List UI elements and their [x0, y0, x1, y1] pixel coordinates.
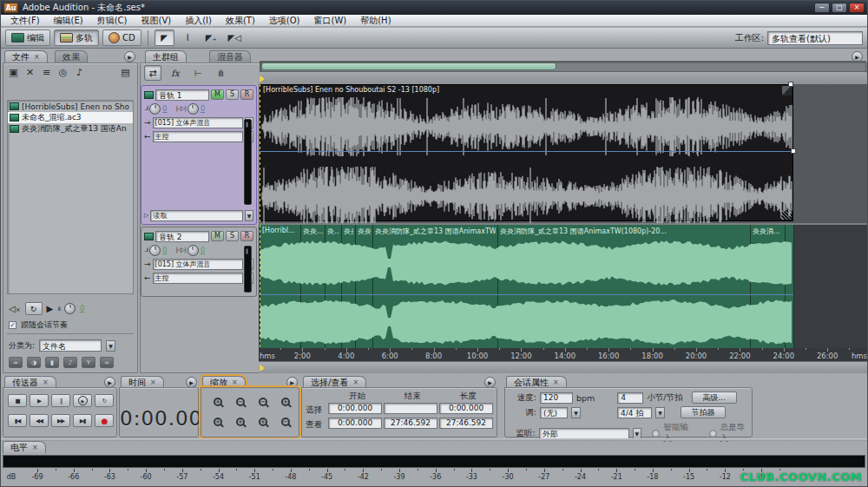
horizontal-scrollbar[interactable]	[260, 61, 866, 72]
move-clip-tool-button[interactable]: ◤₊	[201, 30, 221, 46]
selview-view-field-2[interactable]: 27:46.592	[439, 418, 493, 429]
tempo-field[interactable]: 120	[540, 392, 573, 404]
close-tab-icon[interactable]: ×	[34, 53, 40, 61]
fast-forward-button[interactable]: ▶▶	[51, 414, 70, 427]
clip-menu-icon[interactable]	[782, 86, 792, 95]
marker-ruler[interactable]	[259, 73, 867, 84]
beats-per-bar-field[interactable]: 4	[617, 392, 643, 404]
key-select[interactable]: (无)	[540, 407, 568, 418]
menu-item-6[interactable]: 选项(O)	[262, 15, 307, 27]
file-item[interactable]: 未命名_混缩.ac3	[8, 112, 133, 123]
track2-mute-button[interactable]: M	[211, 231, 224, 241]
tab-session-properties[interactable]: 会话属性×	[506, 376, 567, 388]
workspace-select[interactable]: 多轨查看(默认)	[767, 31, 863, 45]
selview-view-field-0[interactable]: 0:00.000	[328, 418, 382, 429]
track1-input-select[interactable]: 主控	[153, 131, 243, 142]
track2-audio-clip[interactable]	[341, 225, 355, 348]
sort-select[interactable]: 文件名	[39, 339, 102, 352]
files-panel-menu-button[interactable]: ▶	[124, 51, 135, 63]
stop-button[interactable]: ■	[8, 394, 27, 407]
track1-record-button[interactable]: R	[240, 89, 253, 100]
tab-selection-view[interactable]: 选择/查看×	[303, 376, 366, 388]
advanced-button[interactable]: 高级...	[692, 392, 737, 404]
play-from-cursor-button[interactable]: ▶	[73, 394, 92, 407]
follow-session-checkbox[interactable]: ✓	[9, 321, 16, 329]
track2-audio-clip[interactable]	[355, 225, 372, 348]
track2-volume-knob[interactable]	[149, 245, 161, 256]
track2-audio-clip[interactable]	[497, 225, 750, 348]
track1-audio-clip[interactable]: [HorribleSubs] Enen no Shouboutai S2 -13…	[260, 84, 793, 221]
effects-toggle-icon[interactable]: fx	[167, 65, 184, 81]
preview-volume-knob[interactable]	[64, 303, 76, 314]
track2-record-button[interactable]: R	[240, 231, 253, 241]
timeline-scroll-strip[interactable]	[259, 361, 867, 373]
track2-audio-clip[interactable]	[325, 225, 341, 348]
zoom-in-left-edge-button[interactable]: +	[208, 415, 227, 429]
selview-selection-field-1[interactable]	[384, 403, 437, 414]
multitrack-view-button[interactable]: 多轨	[54, 30, 99, 46]
clip-resize-grip[interactable]	[780, 210, 792, 220]
import-file-icon[interactable]: ▣	[5, 65, 22, 80]
menu-item-7[interactable]: 窗口(W)	[307, 15, 354, 27]
play-button[interactable]: ▶	[30, 394, 49, 407]
tab-transport[interactable]: 传送器×	[4, 376, 56, 388]
menu-item-2[interactable]: 剪辑(C)	[90, 15, 135, 27]
go-to-start-button[interactable]: ▮◀	[8, 414, 27, 427]
close-button[interactable]: ×	[849, 3, 865, 13]
track1-name-field[interactable]: 音轨 1	[155, 89, 209, 101]
go-to-end-button[interactable]: ▶▮	[73, 414, 92, 427]
metronome-button[interactable]: 节拍器	[681, 406, 726, 418]
zoom-in-vertical-button[interactable]: +	[253, 415, 273, 429]
track1-solo-button[interactable]: S	[226, 89, 239, 100]
edit-file-icon[interactable]: ♪	[71, 65, 88, 80]
menu-item-1[interactable]: 编辑(E)	[47, 15, 90, 27]
track2-pan-knob[interactable]	[187, 245, 199, 256]
track1-mute-button[interactable]: M	[211, 89, 224, 100]
minimize-button[interactable]: ─	[814, 3, 830, 13]
show-video-files-toggle[interactable]: ▮	[45, 357, 59, 368]
record-button[interactable]: ●	[95, 414, 114, 427]
track1-volume-knob[interactable]	[149, 103, 161, 115]
clip1-top-handle[interactable]	[788, 82, 793, 87]
tab-zoom[interactable]: 缩放×	[202, 376, 246, 388]
zoom-in-right-edge-button[interactable]: +	[231, 415, 250, 429]
show-loop-files-toggle[interactable]: ◑	[27, 357, 41, 368]
always-import-radio[interactable]	[709, 430, 717, 438]
zoom-out-full-button[interactable]: −	[253, 395, 273, 409]
track1-pan-knob[interactable]	[187, 103, 199, 115]
zoom-out-vertical-button[interactable]: −	[276, 415, 295, 429]
filter-preview-toggle[interactable]: Y	[82, 357, 95, 368]
selview-selection-field-0[interactable]: 0:00.000	[328, 403, 382, 414]
smart-input-radio[interactable]	[652, 430, 660, 438]
playhead-marker-icon[interactable]	[260, 365, 265, 372]
playhead-line[interactable]	[260, 84, 260, 348]
master-level-meter[interactable]	[3, 455, 865, 468]
timeline-ruler[interactable]: hmshms2:004:006:008:0010:0012:0014:0016:…	[259, 348, 867, 361]
menu-item-3[interactable]: 视图(V)	[134, 15, 178, 27]
advanced-options-toggle-icon[interactable]: ▤	[117, 65, 134, 80]
preview-mute-icon[interactable]: ◁×	[9, 304, 21, 313]
track2-name-field[interactable]: 音轨 2	[155, 231, 209, 242]
zoom-out-horizontal-button[interactable]: −	[231, 395, 250, 409]
track1-lane[interactable]: [HorribleSubs] Enen no Shouboutai S2 -13…	[259, 84, 867, 223]
pause-button[interactable]: ‖	[51, 394, 70, 407]
cd-view-button[interactable]: CD	[102, 30, 141, 46]
track2-output-select[interactable]: [015] 立体声混音	[153, 259, 243, 270]
menu-item-8[interactable]: 帮助(H)	[353, 15, 398, 27]
track1-output-select[interactable]: [015] 立体声混音	[153, 117, 243, 128]
file-item[interactable]: 炎炎消防隊_貳之章13 国语An	[8, 123, 133, 135]
monitor-dropdown-arrow-icon[interactable]: ▼	[633, 428, 642, 439]
track2-input-select[interactable]: 主控	[153, 273, 243, 284]
playhead-marker-icon[interactable]	[260, 76, 265, 82]
track2-audio-clip[interactable]	[785, 225, 793, 348]
maximize-button[interactable]: □	[832, 3, 847, 13]
show-markers-toggle[interactable]: ∞	[100, 357, 114, 368]
tab-time[interactable]: 时间×	[121, 376, 164, 388]
hybrid-tool-button[interactable]: ◤	[155, 30, 174, 46]
track2-lane[interactable]: [Horribl...炎炎...炎...炎炎...炎炎...炎炎消防隊_貳之章1…	[259, 225, 867, 348]
tab-effects[interactable]: 效果	[55, 50, 88, 63]
tab-mixer[interactable]: 混音器	[209, 50, 251, 63]
track1-automation-select[interactable]: 读取	[150, 210, 243, 221]
selview-view-field-1[interactable]: 27:46.592	[384, 418, 437, 429]
selview-selection-field-2[interactable]: 0:00.000	[439, 403, 493, 414]
